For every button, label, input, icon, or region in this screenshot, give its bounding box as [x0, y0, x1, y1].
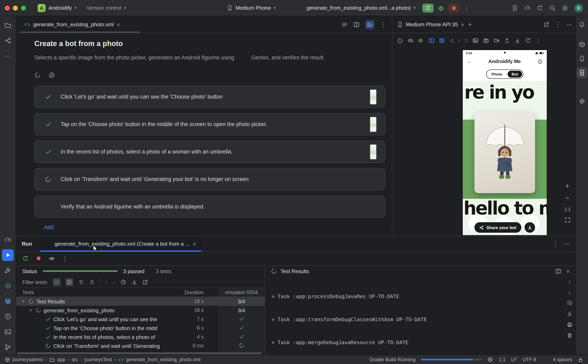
screen-record-icon[interactable] — [493, 37, 499, 43]
lock-icon[interactable] — [578, 357, 583, 362]
toggle-bot[interactable]: Bot — [508, 71, 522, 77]
build-tool-button[interactable] — [2, 265, 14, 276]
debug-button[interactable] — [438, 5, 444, 11]
horizontal-scrollbar[interactable] — [17, 352, 262, 354]
emulator-tab[interactable]: Medium Phone API 35 × — [397, 21, 464, 27]
emulator-kebab[interactable]: ⋮ — [535, 37, 541, 43]
close-console-icon[interactable]: × — [566, 268, 570, 274]
indent-setting[interactable]: 4 spaces — [553, 357, 572, 362]
breadcrumb-item[interactable]: src — [72, 357, 78, 362]
project-tool-button[interactable] — [2, 20, 14, 31]
collapse-all-button[interactable] — [89, 279, 95, 285]
show-passed-toggle[interactable] — [53, 278, 60, 286]
more-actions-kebab[interactable]: ⋮ — [464, 5, 470, 11]
gemini-tool-button[interactable] — [577, 82, 587, 92]
breadcrumb-item[interactable]: app — [57, 357, 65, 362]
profiler-tool-button[interactable] — [2, 234, 14, 246]
minimize-window-button[interactable] — [13, 6, 18, 10]
gradle-build-status[interactable]: Gradle Build Running — [369, 357, 415, 362]
journey-step[interactable]: Verify that an Android figurine with an … — [34, 195, 385, 218]
hide-pane-button[interactable]: — — [565, 241, 570, 247]
terminal-tool-button[interactable] — [2, 326, 14, 338]
stop-button[interactable] — [36, 255, 42, 261]
info-icon[interactable] — [537, 59, 543, 64]
stop-button[interactable] — [448, 3, 460, 12]
console-layout-icon[interactable] — [555, 268, 561, 274]
hide-pane-button[interactable]: — — [566, 22, 571, 27]
more-tool-windows-button[interactable]: ⋯ — [2, 50, 14, 62]
test-tree-row[interactable]: Click 'Let's go' and wait until you can … — [16, 315, 265, 324]
volume-up-icon[interactable] — [407, 37, 413, 43]
camera-icon[interactable] — [483, 37, 489, 43]
settings-gear-icon[interactable] — [562, 5, 568, 11]
add-step-button[interactable]: Add — [44, 224, 54, 230]
run-configuration-selector[interactable]: generate_from_existing_photo.xml...a pho… — [295, 3, 418, 13]
cancel-run-icon[interactable] — [48, 72, 55, 78]
avatar[interactable]: D — [574, 3, 583, 12]
pane-options-kebab[interactable]: ⋮ — [555, 21, 561, 27]
expand-twisty[interactable]: ▾ — [21, 299, 26, 303]
cancel-build-button[interactable] — [488, 357, 493, 362]
home-nav-icon[interactable]: ○ — [457, 38, 460, 43]
step-screenshot-thumbnail[interactable] — [370, 89, 377, 104]
scroll-down-button[interactable]: ↓ — [568, 289, 571, 295]
device-selector[interactable]: Medium Phone ▾ — [224, 3, 279, 13]
fold-device-icon[interactable] — [428, 37, 434, 43]
pull-requests-tool-button[interactable] — [2, 35, 14, 46]
scroll-up-button[interactable]: ↑ — [568, 279, 571, 284]
back-arrow-icon[interactable]: ← — [467, 59, 472, 64]
test-tree-row[interactable]: Click on 'Transform' and wait until 'Gen… — [16, 341, 265, 350]
toggle-photo[interactable]: Photo — [487, 71, 506, 77]
run-tab[interactable]: generate_from_existing_photo.xml (Create… — [40, 236, 202, 251]
close-window-button[interactable] — [5, 6, 10, 10]
project-selector[interactable]: A Androidify ▾ — [35, 2, 80, 13]
open-results-icon[interactable] — [142, 279, 148, 285]
app-quality-insights-tool-button[interactable] — [577, 96, 587, 106]
close-tab-icon[interactable]: × — [461, 22, 464, 27]
close-tab-icon[interactable]: × — [193, 241, 196, 247]
editor-tab[interactable]: generate_from_existing_photo.xml × — [20, 16, 124, 33]
scroll-to-end-button[interactable] — [567, 311, 573, 317]
build-variants-tool-button[interactable] — [2, 295, 14, 307]
zoom-in-button[interactable]: + — [565, 183, 569, 189]
snapshot-restore-icon[interactable] — [525, 37, 531, 43]
watch-options-button[interactable] — [48, 255, 55, 262]
rerun-tests-button[interactable] — [22, 255, 29, 262]
run-button[interactable] — [423, 3, 434, 12]
caret-position[interactable]: 1:1 — [499, 357, 506, 362]
test-tree-row[interactable]: ▾ generate_from_existing_photo 18 s 3/4 — [16, 306, 265, 315]
power-icon[interactable] — [397, 37, 403, 43]
journey-step[interactable]: Click 'Let's go' and wait until you can … — [34, 86, 385, 108]
step-screenshot-thumbnail[interactable] — [370, 117, 377, 132]
vcs-widget[interactable]: Version control ▾ — [84, 3, 129, 13]
open-in-window-icon[interactable] — [543, 21, 550, 27]
expand-all-button[interactable] — [78, 279, 84, 285]
next-failed-button[interactable]: ↓ — [112, 279, 115, 285]
print-button[interactable] — [567, 322, 573, 328]
split-view-button[interactable] — [353, 21, 360, 28]
screenshot-icon[interactable] — [472, 37, 478, 43]
breadcrumb-item[interactable]: journeysTest — [85, 357, 112, 362]
emulator-screen[interactable]: 3:16 ← Androidify Me Photo Bot re in y — [463, 50, 547, 235]
posture-icon[interactable] — [439, 37, 445, 43]
journey-step[interactable]: Click on 'Transform' and wait until 'Gen… — [34, 168, 385, 190]
zoom-out-button[interactable]: − — [565, 195, 569, 202]
device-manager-tool-button[interactable] — [577, 53, 587, 64]
close-tab-icon[interactable]: × — [117, 22, 120, 27]
breadcrumb-item[interactable]: generate_from_existing_photo.xml — [126, 357, 200, 362]
zoom-window-button[interactable] — [21, 6, 26, 10]
test-tree-row[interactable]: Tap on the 'Choose photo' button in the … — [16, 324, 265, 332]
add-device-tab-button[interactable]: + — [468, 21, 472, 28]
download-bot-button[interactable] — [524, 222, 535, 233]
services-tool-button[interactable] — [2, 280, 14, 292]
device-mirror-icon[interactable] — [512, 5, 518, 11]
column-duration[interactable]: Duration — [175, 289, 204, 295]
running-devices-tool-button[interactable] — [577, 67, 587, 78]
column-tests[interactable]: Tests — [22, 289, 34, 295]
test-history-icon[interactable] — [120, 279, 126, 285]
code-view-button[interactable] — [341, 21, 348, 28]
gradle-sync-icon[interactable] — [537, 5, 543, 11]
share-bot-button[interactable]: Share your bot — [475, 222, 521, 233]
clear-console-button[interactable] — [567, 332, 573, 338]
run-pane-kebab[interactable]: ⋮ — [552, 241, 558, 247]
